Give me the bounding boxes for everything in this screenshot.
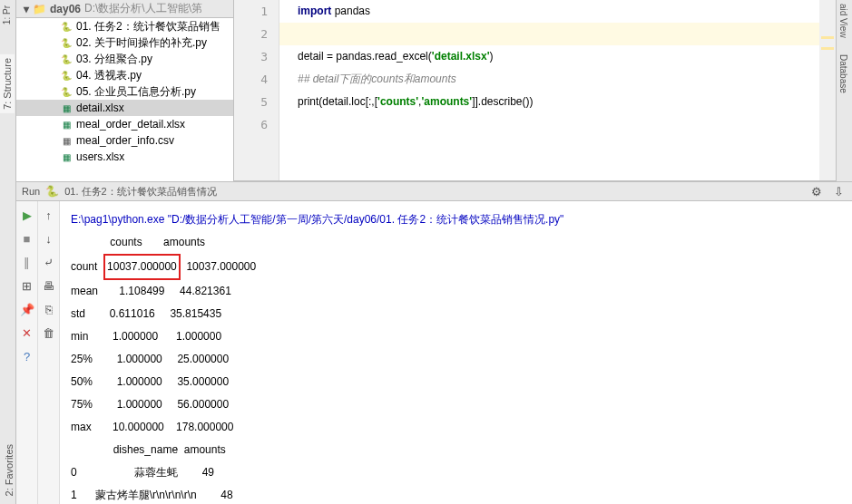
run-header: Run 🐍 01. 任务2：统计餐饮菜品销售情况 ⚙ ⇩ [16, 181, 852, 201]
line-number: 6 [234, 113, 279, 136]
trash-icon[interactable]: 🗑 [41, 325, 57, 341]
code-line[interactable] [279, 23, 836, 45]
run-panel: Run 🐍 01. 任务2：统计餐饮菜品销售情况 ⚙ ⇩ ▶ ■ ‖ ⊞ 📌 ✕… [16, 181, 852, 504]
stats-row: count 10037.000000 10037.000000 [71, 254, 841, 280]
marker-icon [821, 47, 834, 50]
file-name: meal_order_detail.xlsx [76, 118, 185, 131]
stats-row: mean 1.108499 44.821361 [71, 280, 841, 303]
editor-scrollbar[interactable] [819, 0, 836, 180]
xlsx-icon: ▦ [60, 102, 73, 114]
down-icon[interactable]: ↓ [41, 230, 57, 247]
gear-icon[interactable]: ⚙ [808, 183, 825, 199]
code-line[interactable]: ## detail下面的counts和amounts [298, 68, 818, 91]
python-icon: 🐍 [45, 185, 59, 198]
pause-icon[interactable]: ‖ [19, 254, 35, 270]
marker-icon [821, 36, 834, 39]
run-output[interactable]: E:\pag1\python.exe "D:/数据分析人工智能/第一周/第六天/… [60, 201, 852, 504]
stats-row: 75% 1.000000 56.000000 [71, 393, 841, 416]
wrap-icon[interactable]: ⤶ [41, 254, 57, 270]
project-panel: ▾ 📁 day06 D:\数据分析\人工智能\第 🐍01. 任务2：统计餐饮菜品… [16, 0, 234, 181]
xlsx-icon: ▦ [60, 118, 73, 131]
file-item[interactable]: ▦detail.xlsx [16, 100, 233, 116]
file-name: users.xlsx [76, 150, 124, 163]
editor-panel: 123456 import pandasdetail = pandas.read… [234, 0, 836, 181]
line-number: 5 [234, 91, 279, 113]
file-name: 03. 分组聚合.py [76, 52, 152, 67]
code-line[interactable]: import pandas [298, 0, 818, 23]
database-tab[interactable]: Database [837, 51, 850, 97]
file-item[interactable]: ▦meal_order_info.csv [16, 132, 233, 149]
help-icon[interactable]: ? [19, 348, 35, 364]
exec-path: E:\pag1\python.exe "D:/数据分析人工智能/第一周/第六天/… [71, 208, 841, 231]
line-number: 3 [234, 45, 279, 68]
run-label: Run [22, 186, 40, 197]
chevron-down-icon: ▾ [24, 3, 29, 15]
dishes-row: 1 蒙古烤羊腿\r\n\r\n\r\n 48 [71, 484, 841, 504]
code-line[interactable] [298, 113, 818, 136]
aidview-tab[interactable]: aid View [837, 0, 850, 42]
project-root-path: D:\数据分析\人工智能\第 [84, 1, 202, 16]
file-item[interactable]: ▦meal_order_detail.xlsx [16, 116, 233, 132]
export-icon[interactable]: ⎘ [41, 301, 57, 317]
file-name: 04. 透视表.py [76, 68, 142, 83]
stats-row: 50% 1.000000 35.000000 [71, 371, 841, 393]
file-item[interactable]: ▦users.xlsx [16, 149, 233, 165]
dishes-header: dishes_name amounts [71, 439, 841, 461]
line-number: 4 [234, 68, 279, 91]
favorites-tab[interactable]: 2: Favorites [2, 441, 16, 499]
editor-gutter: 123456 [234, 0, 279, 180]
code-area[interactable]: import pandasdetail = pandas.read_excel(… [279, 0, 818, 180]
file-name: 02. 关于时间操作的补充.py [76, 35, 207, 51]
dishes-row: 0 蒜蓉生蚝 49 [71, 461, 841, 484]
stats-row: std 0.611016 35.815435 [71, 303, 841, 325]
print-icon[interactable]: 🖶 [41, 277, 57, 294]
run-toolbar-2: ↑ ↓ ⤶ 🖶 ⎘ 🗑 [38, 201, 60, 504]
stats-header: counts amounts [71, 231, 841, 254]
file-item[interactable]: 🐍03. 分组聚合.py [16, 51, 233, 67]
project-tab[interactable]: 1: Pr [0, 4, 16, 26]
line-number: 1 [234, 0, 279, 23]
layout-icon[interactable]: ⊞ [19, 277, 35, 294]
right-sidebar: aid View Database [836, 0, 852, 181]
folder-icon: 📁 [33, 3, 46, 15]
up-icon[interactable]: ↑ [41, 207, 57, 223]
py-icon: 🐍 [60, 36, 73, 49]
stats-row: 25% 1.000000 25.000000 [71, 348, 841, 371]
close-icon[interactable]: ✕ [19, 325, 35, 341]
py-icon: 🐍 [60, 53, 73, 65]
file-name: meal_order_info.csv [76, 134, 174, 147]
run-config-name[interactable]: 01. 任务2：统计餐饮菜品销售情况 [64, 185, 216, 199]
file-name: 05. 企业员工信息分析.py [76, 84, 196, 100]
line-number: 2 [234, 23, 279, 45]
stats-row: min 1.000000 1.000000 [71, 325, 841, 348]
file-name: detail.xlsx [76, 102, 124, 114]
file-item[interactable]: 🐍01. 任务2：统计餐饮菜品销售 [16, 18, 233, 34]
file-name: 01. 任务2：统计餐饮菜品销售 [76, 19, 220, 34]
project-root-name: day06 [50, 3, 81, 15]
structure-tab[interactable]: 7: Structure [0, 54, 15, 113]
py-icon: 🐍 [60, 69, 73, 82]
pin-icon[interactable]: 📌 [19, 301, 35, 317]
code-line[interactable]: print(detail.loc[:,['counts','amounts']]… [298, 91, 818, 113]
project-tree: 🐍01. 任务2：统计餐饮菜品销售🐍02. 关于时间操作的补充.py🐍03. 分… [16, 18, 233, 165]
file-item[interactable]: 🐍05. 企业员工信息分析.py [16, 83, 233, 100]
project-root[interactable]: ▾ 📁 day06 D:\数据分析\人工智能\第 [16, 0, 233, 18]
play-icon[interactable]: ▶ [19, 207, 35, 223]
download-icon[interactable]: ⇩ [830, 183, 847, 199]
run-toolbar-1: ▶ ■ ‖ ⊞ 📌 ✕ ? [16, 201, 38, 504]
file-item[interactable]: 🐍02. 关于时间操作的补充.py [16, 34, 233, 51]
left-sidebar: 1: Pr 7: Structure 2: Favorites [0, 0, 16, 504]
stats-row: max 10.000000 178.000000 [71, 416, 841, 439]
py-icon: 🐍 [60, 85, 73, 98]
py-icon: 🐍 [60, 20, 73, 33]
xlsx-icon: ▦ [60, 150, 73, 163]
file-item[interactable]: 🐍04. 透视表.py [16, 67, 233, 83]
code-line[interactable]: detail = pandas.read_excel('detail.xlsx'… [298, 45, 818, 68]
highlighted-value: 10037.000000 [103, 254, 181, 280]
csv-icon: ▦ [60, 134, 73, 147]
stop-icon[interactable]: ■ [19, 230, 35, 247]
